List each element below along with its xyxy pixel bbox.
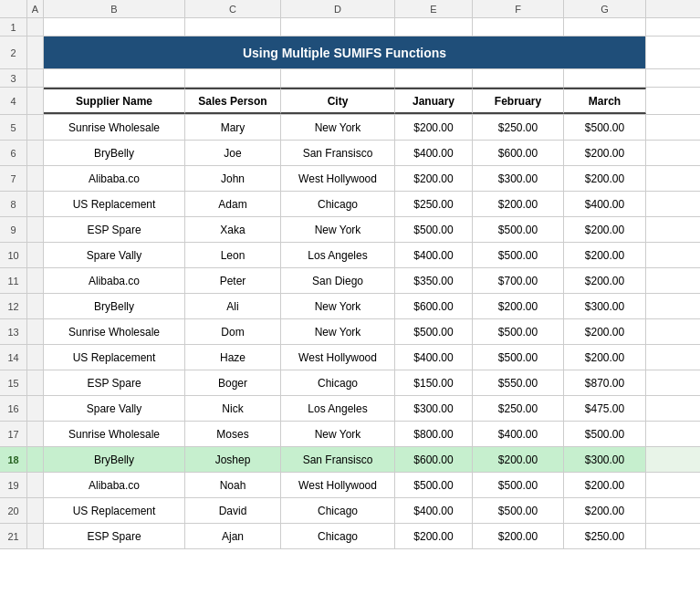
cell-a8[interactable] xyxy=(27,192,44,216)
cell-a2[interactable] xyxy=(27,36,44,68)
cell-f8[interactable]: $200.00 xyxy=(473,192,564,216)
cell-a6[interactable] xyxy=(27,141,44,165)
cell-c3[interactable] xyxy=(185,69,281,87)
cell-a19[interactable] xyxy=(27,473,44,497)
cell-d16[interactable]: Los Angeles xyxy=(281,396,395,421)
cell-d11[interactable]: San Diego xyxy=(281,268,395,293)
cell-b20[interactable]: US Replacement xyxy=(44,498,185,523)
cell-a13[interactable] xyxy=(27,319,44,344)
cell-d5[interactable]: New York xyxy=(281,115,395,140)
cell-e1[interactable] xyxy=(395,18,473,36)
cell-b19[interactable]: Alibaba.co xyxy=(44,473,185,497)
cell-f13[interactable]: $500.00 xyxy=(473,319,564,344)
cell-g12[interactable]: $300.00 xyxy=(564,294,646,318)
cell-a16[interactable] xyxy=(27,396,44,421)
cell-a20[interactable] xyxy=(27,498,44,523)
cell-f11[interactable]: $700.00 xyxy=(473,268,564,293)
cell-f19[interactable]: $500.00 xyxy=(473,473,564,497)
cell-a1[interactable] xyxy=(27,18,44,36)
cell-g11[interactable]: $200.00 xyxy=(564,268,646,293)
cell-b21[interactable]: ESP Spare xyxy=(44,524,185,548)
cell-b6[interactable]: BryBelly xyxy=(44,141,185,165)
cell-a4[interactable] xyxy=(27,88,44,114)
cell-f12[interactable]: $200.00 xyxy=(473,294,564,318)
cell-f10[interactable]: $500.00 xyxy=(473,243,564,267)
cell-d9[interactable]: New York xyxy=(281,217,395,242)
cell-g10[interactable]: $200.00 xyxy=(564,243,646,267)
cell-g3[interactable] xyxy=(564,69,646,87)
cell-b5[interactable]: Sunrise Wholesale xyxy=(44,115,185,140)
cell-g13[interactable]: $200.00 xyxy=(564,319,646,344)
cell-a12[interactable] xyxy=(27,294,44,318)
cell-d10[interactable]: Los Angeles xyxy=(281,243,395,267)
cell-e11[interactable]: $350.00 xyxy=(395,268,473,293)
cell-b12[interactable]: BryBelly xyxy=(44,294,185,318)
cell-d18[interactable]: San Fransisco xyxy=(281,447,395,472)
cell-e20[interactable]: $400.00 xyxy=(395,498,473,523)
cell-b8[interactable]: US Replacement xyxy=(44,192,185,216)
cell-f18[interactable]: $200.00 xyxy=(473,447,564,472)
cell-d17[interactable]: New York xyxy=(281,422,395,446)
cell-g5[interactable]: $500.00 xyxy=(564,115,646,140)
cell-a17[interactable] xyxy=(27,422,44,446)
cell-a14[interactable] xyxy=(27,345,44,370)
cell-c15[interactable]: Boger xyxy=(185,370,281,395)
cell-g20[interactable]: $200.00 xyxy=(564,498,646,523)
cell-d21[interactable]: Chicago xyxy=(281,524,395,548)
cell-c14[interactable]: Haze xyxy=(185,345,281,370)
cell-e6[interactable]: $400.00 xyxy=(395,141,473,165)
cell-f17[interactable]: $400.00 xyxy=(473,422,564,446)
cell-g16[interactable]: $475.00 xyxy=(564,396,646,421)
cell-g8[interactable]: $400.00 xyxy=(564,192,646,216)
cell-g7[interactable]: $200.00 xyxy=(564,166,646,191)
cell-c16[interactable]: Nick xyxy=(185,396,281,421)
cell-g9[interactable]: $200.00 xyxy=(564,217,646,242)
cell-g15[interactable]: $870.00 xyxy=(564,370,646,395)
cell-d12[interactable]: New York xyxy=(281,294,395,318)
cell-a15[interactable] xyxy=(27,370,44,395)
cell-c18[interactable]: Joshep xyxy=(185,447,281,472)
cell-a10[interactable] xyxy=(27,243,44,267)
cell-d13[interactable]: New York xyxy=(281,319,395,344)
cell-f15[interactable]: $550.00 xyxy=(473,370,564,395)
cell-d20[interactable]: Chicago xyxy=(281,498,395,523)
cell-e10[interactable]: $400.00 xyxy=(395,243,473,267)
cell-e12[interactable]: $600.00 xyxy=(395,294,473,318)
cell-e13[interactable]: $500.00 xyxy=(395,319,473,344)
cell-a11[interactable] xyxy=(27,268,44,293)
cell-f21[interactable]: $200.00 xyxy=(473,524,564,548)
cell-f9[interactable]: $500.00 xyxy=(473,217,564,242)
cell-a18[interactable] xyxy=(27,447,44,472)
cell-b9[interactable]: ESP Spare xyxy=(44,217,185,242)
cell-d14[interactable]: West Hollywood xyxy=(281,345,395,370)
cell-c13[interactable]: Dom xyxy=(185,319,281,344)
cell-a5[interactable] xyxy=(27,115,44,140)
cell-g19[interactable]: $200.00 xyxy=(564,473,646,497)
cell-g14[interactable]: $200.00 xyxy=(564,345,646,370)
cell-c9[interactable]: Xaka xyxy=(185,217,281,242)
cell-d8[interactable]: Chicago xyxy=(281,192,395,216)
cell-f1[interactable] xyxy=(473,18,564,36)
cell-f16[interactable]: $250.00 xyxy=(473,396,564,421)
cell-g21[interactable]: $250.00 xyxy=(564,524,646,548)
cell-e9[interactable]: $500.00 xyxy=(395,217,473,242)
cell-b18[interactable]: BryBelly xyxy=(44,447,185,472)
cell-e14[interactable]: $400.00 xyxy=(395,345,473,370)
cell-c8[interactable]: Adam xyxy=(185,192,281,216)
cell-b11[interactable]: Alibaba.co xyxy=(44,268,185,293)
cell-c12[interactable]: Ali xyxy=(185,294,281,318)
cell-f6[interactable]: $600.00 xyxy=(473,141,564,165)
cell-c1[interactable] xyxy=(185,18,281,36)
cell-f7[interactable]: $300.00 xyxy=(473,166,564,191)
cell-b10[interactable]: Spare Vally xyxy=(44,243,185,267)
cell-b13[interactable]: Sunrise Wholesale xyxy=(44,319,185,344)
cell-e17[interactable]: $800.00 xyxy=(395,422,473,446)
cell-f20[interactable]: $500.00 xyxy=(473,498,564,523)
cell-d1[interactable] xyxy=(281,18,395,36)
cell-b1[interactable] xyxy=(44,18,185,36)
cell-e5[interactable]: $200.00 xyxy=(395,115,473,140)
cell-c11[interactable]: Peter xyxy=(185,268,281,293)
cell-e3[interactable] xyxy=(395,69,473,87)
cell-c7[interactable]: John xyxy=(185,166,281,191)
cell-b7[interactable]: Alibaba.co xyxy=(44,166,185,191)
